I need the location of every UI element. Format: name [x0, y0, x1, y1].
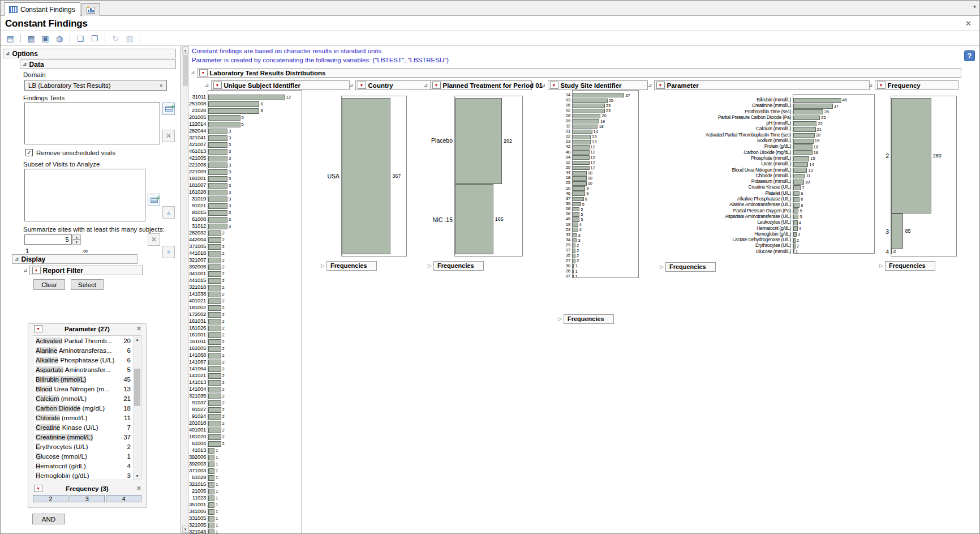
spin-down-icon[interactable]: ▼: [72, 240, 81, 245]
histogram-frame[interactable]: 3725232320191814131312121212121010109986…: [572, 90, 639, 278]
histogram-bar[interactable]: [573, 150, 590, 155]
save-report-icon[interactable]: ▣: [39, 33, 51, 44]
histogram-bar[interactable]: [208, 129, 227, 135]
parameter-filter-item[interactable]: Hemoglobin (g/dL)3: [33, 471, 141, 480]
add-visits-button[interactable]: +: [148, 194, 160, 206]
histogram-bar[interactable]: [573, 197, 584, 202]
publish-report-icon[interactable]: ◍: [53, 33, 66, 44]
histogram-bar[interactable]: [208, 441, 221, 447]
histogram-bar[interactable]: [208, 373, 221, 379]
histogram-bar[interactable]: [891, 213, 903, 249]
histogram-bar[interactable]: [793, 150, 813, 155]
histogram-bar[interactable]: [208, 502, 214, 509]
histogram-bar[interactable]: [208, 482, 214, 488]
histogram-bar[interactable]: [208, 428, 221, 434]
parameter-filter-item[interactable]: Blood Urea Nitrogen (m...13: [33, 384, 141, 394]
histogram-bar[interactable]: [793, 180, 804, 185]
subset-visits-listbox[interactable]: [24, 169, 145, 221]
histogram-bar[interactable]: [573, 155, 590, 160]
histogram-bar[interactable]: [573, 125, 598, 129]
histogram-bar[interactable]: [208, 339, 221, 345]
red-triangle-menu[interactable]: ▼: [358, 82, 366, 89]
histogram-bar[interactable]: [573, 140, 591, 144]
histogram-bar[interactable]: [208, 224, 227, 230]
histogram-bar[interactable]: [208, 163, 227, 169]
help-button[interactable]: ?: [964, 50, 975, 61]
parameter-filter-item[interactable]: Creatine Kinase (U/L)7: [33, 422, 141, 432]
histogram-bar[interactable]: [208, 142, 227, 148]
min-subjects-stepper[interactable]: ▲▼: [72, 234, 81, 245]
histogram-bar[interactable]: [208, 244, 221, 250]
scroll-down-icon[interactable]: ▼: [134, 472, 141, 480]
red-triangle-menu[interactable]: ▼: [199, 69, 208, 76]
display-outline-header[interactable]: ⊿ Display: [12, 254, 137, 264]
histogram-bar[interactable]: [208, 434, 221, 441]
histogram-bar[interactable]: [208, 149, 227, 155]
red-triangle-menu[interactable]: ▼: [432, 82, 441, 89]
histogram-bar[interactable]: [208, 475, 214, 481]
histogram-bar[interactable]: [573, 238, 577, 243]
histogram-bar[interactable]: [573, 171, 587, 176]
histogram-bar[interactable]: [208, 332, 221, 339]
histogram-bar[interactable]: [208, 387, 221, 393]
histogram-bar[interactable]: [573, 130, 592, 134]
histogram-bar[interactable]: [208, 326, 221, 332]
histogram-bar[interactable]: [573, 181, 587, 186]
histogram-bar[interactable]: [208, 414, 221, 420]
histogram-bar[interactable]: [573, 114, 600, 118]
select-button[interactable]: Select: [71, 279, 104, 290]
parameter-filter-item[interactable]: Hematocrit (g/dL)4: [33, 461, 141, 471]
histogram-bar[interactable]: [793, 203, 800, 208]
histogram-bar[interactable]: [208, 462, 214, 468]
histogram-bar[interactable]: [208, 278, 221, 284]
histogram-bar[interactable]: [573, 223, 578, 227]
histogram-frame[interactable]: 367: [341, 96, 407, 257]
histogram-bar[interactable]: [208, 95, 285, 101]
options-outline-header[interactable]: ⊿ Options: [3, 49, 176, 58]
red-triangle-menu[interactable]: ▼: [213, 82, 222, 89]
histogram-bar[interactable]: [793, 104, 833, 109]
findings-tests-listbox[interactable]: [24, 102, 160, 144]
histogram-bar[interactable]: [573, 104, 605, 108]
parameter-filter-item[interactable]: Erythrocytes (U/L)2: [33, 442, 141, 451]
histogram-bar[interactable]: [793, 191, 800, 196]
parameter-filter-item[interactable]: Calcium (mmol/L)21: [33, 394, 141, 403]
histogram-frame[interactable]: 1288553333333333333332222222222222222222…: [208, 90, 302, 534]
histogram-bar[interactable]: [793, 168, 807, 173]
histogram-bar[interactable]: [793, 127, 816, 132]
move-down-button[interactable]: ▼: [162, 246, 175, 258]
tab-strip-menu-icon[interactable]: ▾: [973, 4, 976, 10]
histogram-bar[interactable]: [208, 529, 214, 534]
histogram-bar[interactable]: [208, 366, 221, 373]
panel-header[interactable]: ⊿ ▼Study Site Identifier: [541, 80, 648, 90]
histogram-bar[interactable]: [793, 109, 823, 114]
histogram-bar[interactable]: [208, 217, 227, 223]
parameter-filter-item[interactable]: Aspartate Aminotransfer...5: [33, 365, 141, 374]
panel-header[interactable]: ⊿ ▼Parameter: [648, 80, 870, 90]
section-header[interactable]: ⊿ ▼ Laboratory Test Results Distribution…: [191, 68, 961, 78]
frequency-filter-button[interactable]: 3: [70, 495, 105, 502]
red-triangle-menu[interactable]: ▼: [34, 485, 42, 492]
histogram-bar[interactable]: [208, 271, 221, 277]
histogram-bar[interactable]: [793, 185, 801, 190]
histogram-bar[interactable]: [793, 139, 814, 144]
histogram-bar[interactable]: [793, 174, 805, 179]
histogram-bar[interactable]: [208, 196, 227, 203]
histogram-bar[interactable]: [573, 212, 579, 217]
histogram-bar[interactable]: [208, 251, 221, 257]
histogram-bar[interactable]: [573, 186, 585, 191]
histogram-bar[interactable]: [208, 523, 214, 529]
histogram-bar[interactable]: [573, 228, 578, 232]
parameter-filter-item[interactable]: Bilirubin (mmol/L)45: [33, 374, 141, 384]
histogram-bar[interactable]: [573, 233, 577, 238]
histogram-bar[interactable]: [208, 455, 214, 461]
red-triangle-menu[interactable]: ▼: [877, 82, 886, 89]
histogram-bar[interactable]: [208, 380, 221, 386]
histogram-bar[interactable]: [342, 98, 390, 254]
histogram-bar[interactable]: [208, 230, 221, 237]
histogram-bar[interactable]: [573, 202, 581, 207]
histogram-bar[interactable]: [208, 346, 221, 352]
view-notes-icon[interactable]: ❐: [88, 33, 101, 44]
histogram-bar[interactable]: [208, 448, 214, 454]
clear-button[interactable]: Clear: [33, 279, 65, 290]
